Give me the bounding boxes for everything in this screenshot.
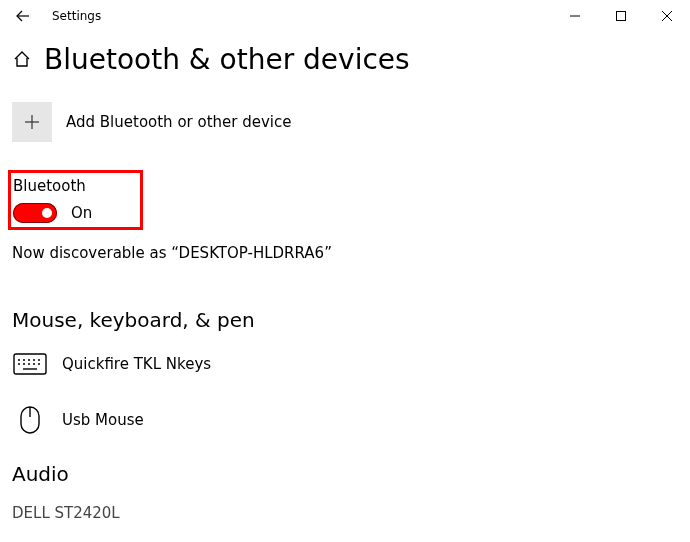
bluetooth-label: Bluetooth: [13, 177, 92, 195]
bluetooth-toggle[interactable]: [13, 203, 57, 223]
back-button[interactable]: [0, 0, 46, 32]
minimize-button[interactable]: [552, 0, 598, 32]
page-header: Bluetooth & other devices: [12, 46, 678, 74]
maximize-icon: [616, 11, 626, 21]
keyboard-icon: [12, 350, 48, 378]
device-label: Usb Mouse: [62, 411, 144, 429]
close-button[interactable]: [644, 0, 690, 32]
maximize-button[interactable]: [598, 0, 644, 32]
mouse-icon: [12, 406, 48, 434]
bluetooth-toggle-state: On: [71, 204, 92, 222]
audio-section: Audio DELL ST2420L: [12, 462, 678, 522]
discoverable-text: Now discoverable as “DESKTOP-HLDRRA6”: [12, 244, 678, 262]
window-controls: [552, 0, 690, 32]
minimize-icon: [570, 11, 580, 21]
plus-icon: [12, 102, 52, 142]
page-title: Bluetooth & other devices: [44, 46, 410, 74]
device-label: Quickfire TKL Nkeys: [62, 355, 211, 373]
section-header-audio: Audio: [12, 462, 678, 486]
back-arrow-icon: [15, 8, 31, 24]
device-row-keyboard[interactable]: Quickfire TKL Nkeys: [12, 350, 678, 378]
window-title: Settings: [52, 9, 101, 23]
content-area: Bluetooth & other devices Add Bluetooth …: [0, 32, 690, 522]
bluetooth-toggle-row: On: [13, 203, 92, 223]
highlight-annotation: Bluetooth On: [8, 170, 143, 230]
add-device-button[interactable]: Add Bluetooth or other device: [12, 102, 678, 142]
titlebar: Settings: [0, 0, 690, 32]
add-device-label: Add Bluetooth or other device: [66, 113, 292, 131]
svg-rect-2: [617, 12, 626, 21]
close-icon: [662, 11, 672, 21]
section-header-mkp: Mouse, keyboard, & pen: [12, 308, 678, 332]
home-icon[interactable]: [12, 49, 32, 72]
device-row-mouse[interactable]: Usb Mouse: [12, 406, 678, 434]
device-label: DELL ST2420L: [12, 504, 678, 522]
